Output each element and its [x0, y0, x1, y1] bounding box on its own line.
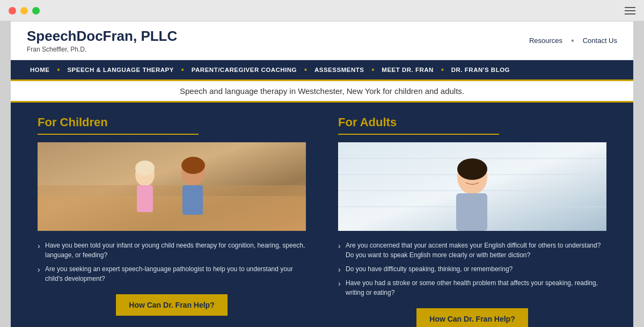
adults-bullet-2: Do you have difficulty speaking, thinkin… [338, 264, 606, 274]
header-nav: Resources • Contact Us [529, 36, 617, 46]
adults-bullet-1: Are you concerned that your accent makes… [338, 241, 606, 260]
traffic-lights [9, 7, 40, 14]
header-contact-link[interactable]: Contact Us [583, 37, 617, 45]
logo-text-speech: SpeechDocFran [27, 28, 133, 44]
children-bullets: Have you been told your infant or young … [38, 241, 306, 284]
main-content: For Children [11, 103, 633, 327]
adults-image [338, 142, 606, 231]
main-nav: HOME • SPEECH & LANGUAGE THERAPY • PAREN… [11, 60, 633, 79]
nav-dot-3: • [300, 66, 311, 74]
nav-coaching[interactable]: PARENT/CAREGIVER COACHING [188, 67, 300, 73]
children-image [38, 142, 306, 231]
logo-text-suffix: , PLLC [133, 28, 177, 44]
adults-cta-button[interactable]: How Can Dr. Fran Help? [416, 308, 528, 327]
children-column: For Children [38, 115, 306, 327]
adults-title-divider [338, 134, 499, 135]
svg-point-9 [181, 157, 205, 174]
browser-chrome [0, 0, 644, 21]
website-container: SpeechDocFran, PLLC Fran Scheffler, Ph.D… [11, 21, 633, 327]
nav-dot-2: • [177, 66, 188, 74]
nav-dot-1: • [53, 66, 64, 74]
traffic-light-yellow[interactable] [20, 7, 28, 14]
svg-point-8 [135, 161, 155, 176]
nav-dot-5: • [437, 66, 448, 74]
hamburger-menu-icon[interactable] [625, 7, 635, 14]
svg-point-18 [457, 158, 487, 180]
logo-brand: SpeechDocFran, PLLC [27, 28, 177, 45]
svg-rect-5 [137, 185, 153, 212]
header-nav-separator: • [571, 36, 574, 46]
traffic-light-green[interactable] [32, 7, 40, 14]
traffic-light-red[interactable] [9, 7, 16, 14]
children-cta-button[interactable]: How Can Dr. Fran Help? [116, 294, 227, 316]
adults-bullets: Are you concerned that your accent makes… [338, 241, 606, 297]
children-bullet-2: Are you seeking an expert speech-languag… [38, 264, 306, 284]
tagline-text: Speech and language therapy in Westchest… [180, 86, 464, 96]
nav-speech-therapy[interactable]: SPEECH & LANGUAGE THERAPY [64, 67, 177, 73]
children-title-divider [38, 134, 199, 135]
children-title: For Children [38, 115, 306, 129]
logo-area: SpeechDocFran, PLLC Fran Scheffler, Ph.D… [27, 28, 177, 53]
nav-blog[interactable]: DR. FRAN'S BLOG [448, 67, 513, 73]
header-resources-link[interactable]: Resources [529, 37, 562, 45]
tagline-bar: Speech and language therapy in Westchest… [11, 79, 633, 103]
nav-assessments[interactable]: ASSESSMENTS [311, 67, 367, 73]
adults-column: For Adults [338, 115, 606, 327]
svg-rect-17 [456, 193, 487, 231]
nav-home[interactable]: HOME [27, 67, 53, 73]
adults-bullet-3: Have you had a stroke or some other heal… [338, 278, 606, 297]
svg-rect-7 [182, 185, 203, 215]
two-columns-layout: For Children [38, 115, 606, 327]
nav-dot-4: • [367, 66, 378, 74]
children-bullet-1: Have you been told your infant or young … [38, 241, 306, 260]
adults-title: For Adults [338, 115, 606, 129]
site-header: SpeechDocFran, PLLC Fran Scheffler, Ph.D… [11, 21, 633, 60]
nav-meet-dr-fran[interactable]: MEET DR. FRAN [378, 67, 437, 73]
logo-tagline: Fran Scheffler, Ph.D. [27, 46, 177, 53]
svg-rect-3 [38, 196, 306, 231]
